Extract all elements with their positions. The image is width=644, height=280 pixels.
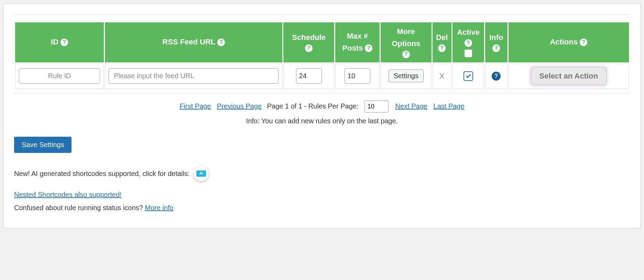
pagination: First Page Previous Page Page 1 of 1 - R…: [14, 100, 630, 127]
first-page-link[interactable]: First Page: [179, 102, 211, 110]
next-page-link[interactable]: Next Page: [395, 102, 427, 110]
delete-button[interactable]: X: [439, 72, 445, 80]
select-action-button[interactable]: Select an Action: [531, 67, 607, 85]
header-max-label1: Max #: [347, 31, 368, 42]
help-icon[interactable]: ?: [61, 39, 68, 46]
header-id-label: ID: [51, 37, 58, 48]
rules-per-page-input[interactable]: [364, 101, 389, 113]
schedule-input[interactable]: [296, 68, 322, 84]
header-info-label: Info: [489, 32, 503, 43]
info-icon[interactable]: ?: [492, 72, 501, 81]
header-more-label1: More: [397, 27, 415, 37]
active-checkbox[interactable]: [463, 71, 473, 81]
help-icon[interactable]: ?: [402, 51, 410, 58]
header-actions-label: Actions: [550, 37, 578, 48]
max-posts-input[interactable]: [345, 68, 370, 84]
pagination-status: Page 1 of 1 - Rules Per Page:: [267, 102, 359, 110]
header-more-options: More Options ?: [381, 22, 432, 62]
confused-text: Confused about rule running status icons…: [14, 204, 145, 211]
footer-section: New! AI generated shortcodes supported, …: [14, 166, 630, 214]
help-icon[interactable]: ?: [305, 44, 313, 52]
header-max-label2: Posts: [342, 43, 363, 54]
header-schedule: Schedule ?: [283, 22, 334, 62]
header-active: Active ?: [452, 22, 484, 62]
header-rss: RSS Feed URL ?: [105, 22, 282, 62]
ai-icon: AI: [196, 170, 206, 177]
rules-table: ID ? RSS Feed URL ? Schedule ?: [14, 21, 630, 90]
bottom-divider: [14, 93, 630, 94]
header-id: ID ?: [15, 22, 104, 62]
header-rss-label: RSS Feed URL: [162, 37, 215, 48]
ai-shortcodes-text: New! AI generated shortcodes supported, …: [14, 167, 189, 180]
header-info: Info ?: [485, 22, 507, 62]
active-all-checkbox[interactable]: [465, 50, 472, 57]
table-row: Settings X ? Select an Action: [15, 63, 629, 89]
header-active-label: Active: [457, 27, 480, 38]
header-del: Del ?: [433, 22, 451, 62]
help-icon[interactable]: ?: [580, 39, 587, 46]
top-divider: [14, 14, 630, 14]
ai-badge-button[interactable]: AI: [194, 166, 209, 181]
previous-page-link[interactable]: Previous Page: [217, 102, 262, 110]
rule-id-input[interactable]: [19, 68, 100, 84]
help-icon[interactable]: ?: [465, 39, 472, 47]
pagination-info-note: Info: You can add new rules only on the …: [14, 115, 630, 127]
header-del-label: Del: [436, 32, 448, 43]
check-icon: [465, 73, 471, 79]
header-max-posts: Max # Posts ?: [335, 22, 380, 62]
more-info-link[interactable]: More info: [145, 204, 173, 211]
header-actions: Actions ?: [509, 22, 629, 62]
header-more-label2: Options: [392, 39, 420, 49]
help-icon[interactable]: ?: [438, 44, 446, 52]
settings-button[interactable]: Settings: [389, 70, 424, 82]
save-settings-button[interactable]: Save Settings: [14, 137, 72, 153]
help-icon[interactable]: ?: [365, 44, 372, 52]
feed-url-input[interactable]: [109, 68, 279, 84]
help-icon[interactable]: ?: [217, 39, 225, 46]
nested-shortcodes-link[interactable]: Nested Shortcodes also supported!: [14, 191, 121, 198]
header-schedule-label: Schedule: [292, 32, 326, 43]
last-page-link[interactable]: Last Page: [434, 102, 465, 110]
settings-panel: ID ? RSS Feed URL ? Schedule ?: [3, 3, 641, 228]
help-icon[interactable]: ?: [492, 44, 500, 52]
